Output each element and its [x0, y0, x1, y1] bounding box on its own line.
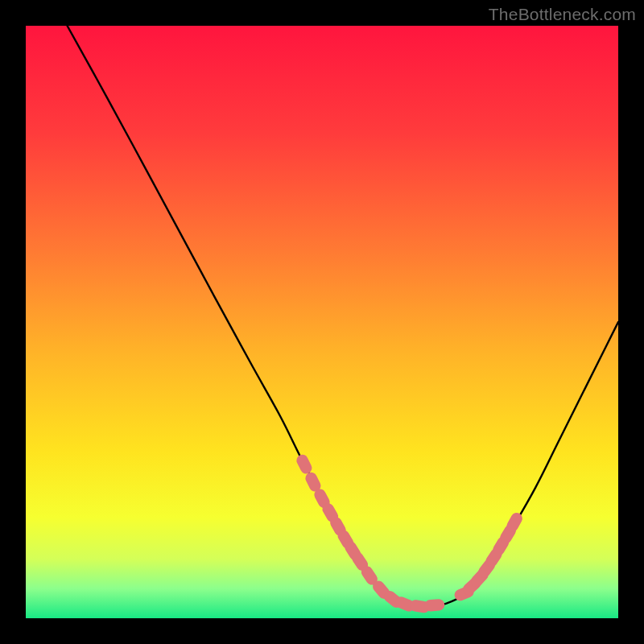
plot-area [26, 26, 618, 618]
watermark-text: TheBottleneck.com [489, 5, 636, 24]
curve-layer [26, 26, 618, 618]
bottleneck-curve [68, 26, 618, 607]
highlight-dot [295, 452, 314, 476]
chart-frame: TheBottleneck.com [0, 0, 644, 644]
highlight-dots [295, 452, 525, 613]
highlight-dot [424, 599, 445, 612]
